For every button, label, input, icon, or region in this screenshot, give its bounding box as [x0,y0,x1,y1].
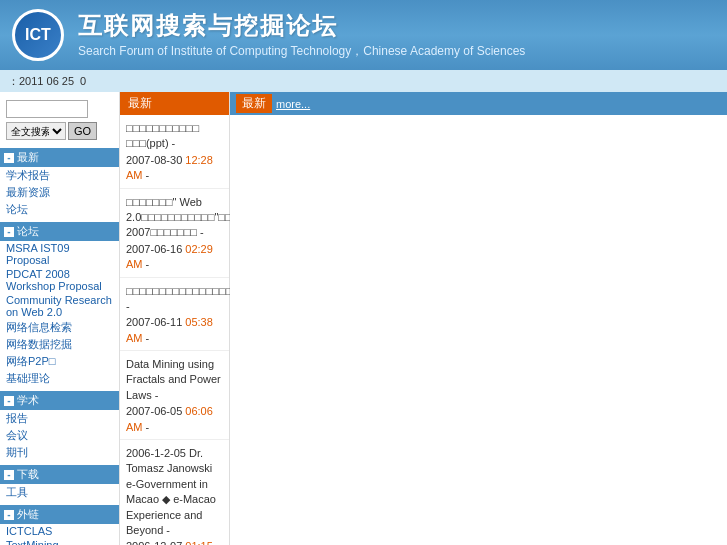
sidebar-section-latest-label: 最新 [17,150,39,165]
sidebar-section-latest[interactable]: - 最新 [0,148,119,167]
main-layout: 全文搜索 GO - 最新 学术报告 最新资源 论坛 - 论坛 MSRA IST0… [0,92,727,545]
list-item: □□□□□□□□□□□ □□□(ppt) - 2007-08-30 12:28 … [120,115,229,189]
item-time-3: 06:06 AM [126,405,213,432]
sidebar-section-download-label: 下载 [17,467,39,482]
logo: ICT [12,9,64,61]
list-item: □□□□□□□□□□□□□□□□□□□□ - 2007-06-11 05:38 … [120,278,229,352]
sidebar-section-forum[interactable]: - 论坛 [0,222,119,241]
sidebar-search-area: 全文搜索 GO [0,96,119,144]
item-date-1: 2007-06-16 02:29 AM - [126,242,223,273]
sidebar-section-download[interactable]: - 下载 [0,465,119,484]
item-time-0: 12:28 AM [126,154,213,181]
collapse-icon: - [4,153,14,163]
collapse-icon2: - [4,227,14,237]
search-input[interactable] [6,100,88,118]
toolbar-count: 0 [80,75,86,87]
right-tab-more[interactable]: more... [276,98,310,110]
middle-column: 最新 □□□□□□□□□□□ □□□(ppt) - 2007-08-30 12:… [120,92,230,545]
item-time-1: 02:29 AM [126,243,213,270]
sidebar-item-reports[interactable]: 学术报告 [0,167,119,184]
item-date-4: 2006-12-07 01:15 AM - [126,539,223,545]
sidebar-item-dm[interactable]: 网络数据挖掘 [0,336,119,353]
item-title-3[interactable]: Data Mining using Fractals and Power Law… [126,357,223,403]
right-tab-bar: 最新 more... [230,92,727,115]
sidebar-item-p2p[interactable]: 网络P2P□ [0,353,119,370]
sidebar-item-msra[interactable]: MSRA IST09 Proposal [0,241,119,267]
item-title-0[interactable]: □□□□□□□□□□□ □□□(ppt) - [126,121,223,152]
search-type-select[interactable]: 全文搜索 [6,122,66,140]
item-time-2: 05:38 AM [126,316,213,343]
go-button[interactable]: GO [68,122,97,140]
toolbar-date: ：2011 06 25 [8,74,74,89]
sidebar-item-pdcat[interactable]: PDCAT 2008 Workshop Proposal [0,267,119,293]
sidebar-item-ir[interactable]: 网络信息检索 [0,319,119,336]
sidebar-item-talk[interactable]: 报告 [0,410,119,427]
middle-tab-label[interactable]: 最新 [120,92,229,115]
collapse-icon4: - [4,470,14,480]
sidebar-section-forum-label: 论坛 [17,224,39,239]
sidebar-section-academic[interactable]: - 学术 [0,391,119,410]
sidebar-item-journal[interactable]: 期刊 [0,444,119,461]
search-row: 全文搜索 GO [6,122,113,140]
right-column: 最新 more... [230,92,727,545]
site-title-cn: 互联网搜索与挖掘论坛 [78,10,525,41]
sidebar: 全文搜索 GO - 最新 学术报告 最新资源 论坛 - 论坛 MSRA IST0… [0,92,120,545]
site-subtitle: Search Forum of Institute of Computing T… [78,43,525,60]
list-item: 2006-1-2-05 Dr. Tomasz Janowski e-Govern… [120,440,229,545]
item-title-1[interactable]: □□□□□□□" Web 2.0□□□□□□□□□□□"□□□□□□ST 200… [126,195,223,241]
right-tab-active[interactable]: 最新 [236,94,272,113]
item-date-2: 2007-06-11 05:38 AM - [126,315,223,346]
sidebar-item-tools[interactable]: 工具 [0,484,119,501]
logo-text: ICT [25,26,51,44]
header-text: 互联网搜索与挖掘论坛 Search Forum of Institute of … [78,10,525,60]
list-item: Data Mining using Fractals and Power Law… [120,351,229,440]
sidebar-item-conference[interactable]: 会议 [0,427,119,444]
item-date-3: 2007-06-05 06:06 AM - [126,404,223,435]
sidebar-item-forum[interactable]: 论坛 [0,201,119,218]
sidebar-section-academic-label: 学术 [17,393,39,408]
item-title-2[interactable]: □□□□□□□□□□□□□□□□□□□□ - [126,284,223,315]
list-item: □□□□□□□" Web 2.0□□□□□□□□□□□"□□□□□□ST 200… [120,189,229,278]
item-time-4: 01:15 AM [126,540,213,545]
sidebar-section-links-label: 外链 [17,507,39,522]
sidebar-item-ictclas[interactable]: ICTCLAS [0,524,119,538]
toolbar-bar: ：2011 06 25 0 [0,70,727,92]
sidebar-item-resources[interactable]: 最新资源 [0,184,119,201]
sidebar-item-community[interactable]: Community Research on Web 2.0 [0,293,119,319]
sidebar-item-textmining[interactable]: TextMining [0,538,119,545]
collapse-icon5: - [4,510,14,520]
item-title-4[interactable]: 2006-1-2-05 Dr. Tomasz Janowski e-Govern… [126,446,223,538]
item-date-0: 2007-08-30 12:28 AM - [126,153,223,184]
sidebar-section-links[interactable]: - 外链 [0,505,119,524]
page-header: ICT 互联网搜索与挖掘论坛 Search Forum of Institute… [0,0,727,70]
collapse-icon3: - [4,396,14,406]
sidebar-item-theory[interactable]: 基础理论 [0,370,119,387]
